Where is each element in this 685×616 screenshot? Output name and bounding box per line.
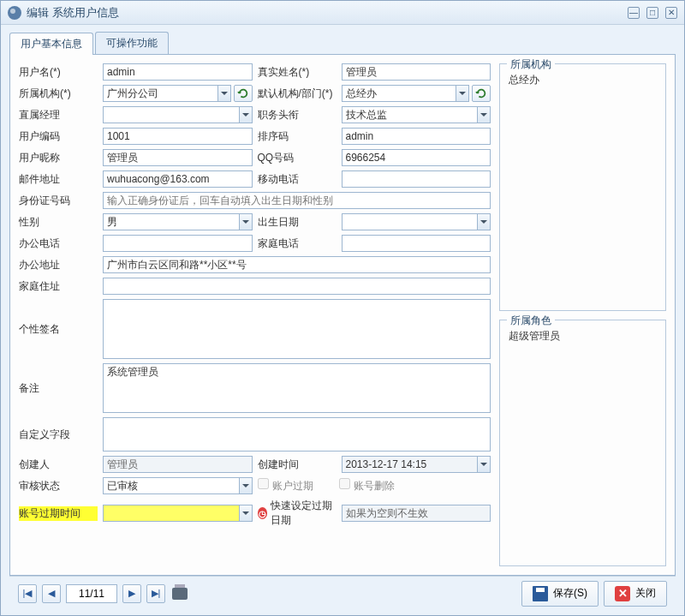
label-home-phone: 家庭电话 xyxy=(258,236,337,251)
chevron-down-icon xyxy=(239,505,252,521)
nav-first-button[interactable]: |◀ xyxy=(18,584,37,603)
direct-manager-select[interactable] xyxy=(103,106,253,123)
tab-basic-info[interactable]: 用户基本信息 xyxy=(9,33,93,55)
label-home-addr: 家庭住址 xyxy=(19,279,98,294)
label-mobile: 移动电话 xyxy=(258,172,337,187)
nav-prev-button[interactable]: ◀ xyxy=(42,584,61,603)
chevron-down-icon xyxy=(477,107,490,123)
role-group: 所属角色 超级管理员 xyxy=(499,320,666,567)
refresh-icon xyxy=(475,87,487,99)
email-input[interactable] xyxy=(103,170,253,188)
tab-panel: 用户名(*) 真实姓名(*) 所属机构(*) 广州分公司 默认机构/部门(*) … xyxy=(9,54,676,576)
label-office-addr: 办公地址 xyxy=(19,258,98,272)
idcard-input[interactable] xyxy=(103,192,491,209)
app-icon xyxy=(8,6,21,20)
statusbar: |◀ ◀ 11/11 ▶ ▶| 保存(S) ✕ 关闭 xyxy=(9,576,676,610)
label-creator: 创建人 xyxy=(19,458,98,472)
mobile-input[interactable] xyxy=(342,170,491,188)
titlebar: 编辑 系统用户信息 — □ ✕ xyxy=(1,1,684,25)
username-input[interactable] xyxy=(103,63,253,81)
label-custom-field: 自定义字段 xyxy=(19,428,98,442)
label-signature: 个性签名 xyxy=(19,322,98,337)
audit-status-select[interactable]: 已审核 xyxy=(103,477,253,494)
save-icon xyxy=(533,586,548,601)
default-org-refresh-button[interactable] xyxy=(472,85,491,102)
chevron-down-icon xyxy=(456,86,468,101)
job-title-select[interactable]: 技术总监 xyxy=(342,106,491,123)
label-email: 邮件地址 xyxy=(19,172,98,187)
label-office-phone: 办公电话 xyxy=(19,236,98,251)
refresh-icon xyxy=(237,87,249,99)
role-list[interactable]: 超级管理员 xyxy=(505,327,660,561)
org-list[interactable]: 总经办 xyxy=(505,71,660,305)
user-code-input[interactable] xyxy=(103,128,253,145)
clock-icon: ◷ xyxy=(258,507,267,519)
label-direct-manager: 直属经理 xyxy=(19,108,98,123)
creator-display xyxy=(103,456,253,473)
home-addr-input[interactable] xyxy=(103,278,491,295)
page-indicator: 11/11 xyxy=(66,584,117,603)
label-expire-time: 账号过期时间 xyxy=(19,506,98,521)
tabs: 用户基本信息 可操作功能 xyxy=(9,32,676,54)
account-deleted-checkbox[interactable]: 账号删除 xyxy=(339,478,395,493)
realname-input[interactable] xyxy=(342,63,491,81)
chevron-down-icon xyxy=(239,107,252,123)
nav-next-button[interactable]: ▶ xyxy=(122,584,141,603)
label-birth: 出生日期 xyxy=(258,215,337,230)
maximize-button[interactable]: □ xyxy=(646,7,658,19)
chevron-down-icon xyxy=(477,457,490,472)
sort-code-input[interactable] xyxy=(342,128,491,145)
close-icon: ✕ xyxy=(615,586,630,601)
chevron-down-icon xyxy=(217,86,230,101)
chevron-down-icon xyxy=(477,214,490,230)
office-phone-input[interactable] xyxy=(103,235,253,252)
chevron-down-icon xyxy=(239,478,252,493)
org-group-title: 所属机构 xyxy=(507,57,555,72)
label-realname: 真实姓名(*) xyxy=(258,65,337,80)
qq-input[interactable] xyxy=(342,149,491,166)
signature-textarea[interactable] xyxy=(103,299,491,359)
org-group: 所属机构 总经办 xyxy=(499,63,666,311)
list-item[interactable]: 超级管理员 xyxy=(505,327,660,345)
chevron-down-icon xyxy=(239,214,252,230)
label-sort-code: 排序码 xyxy=(258,129,337,144)
account-expired-checkbox[interactable]: 账户过期 xyxy=(258,478,313,493)
label-username: 用户名(*) xyxy=(19,65,98,80)
save-button[interactable]: 保存(S) xyxy=(521,581,599,607)
custom-field-textarea[interactable] xyxy=(103,417,491,452)
role-group-title: 所属角色 xyxy=(507,314,555,328)
label-job-title: 职务头衔 xyxy=(258,108,337,123)
form-area: 用户名(*) 真实姓名(*) 所属机构(*) 广州分公司 默认机构/部门(*) … xyxy=(19,63,491,566)
label-org: 所属机构(*) xyxy=(19,87,98,101)
gender-select[interactable]: 男 xyxy=(103,213,253,230)
label-user-code: 用户编码 xyxy=(19,129,98,144)
quick-set-expire-button[interactable]: ◷ 快速设定过期日期 xyxy=(258,499,337,528)
expire-hint xyxy=(342,505,491,522)
tab-operable-functions[interactable]: 可操作功能 xyxy=(95,32,169,54)
window-title: 编辑 系统用户信息 xyxy=(27,5,628,21)
create-time-display: 2013-12-17 14:15 xyxy=(342,456,491,473)
minimize-button[interactable]: — xyxy=(628,7,640,19)
org-select[interactable]: 广州分公司 xyxy=(103,85,231,102)
label-gender: 性别 xyxy=(19,215,98,230)
remark-textarea[interactable]: 系统管理员 xyxy=(103,363,491,413)
close-button-footer[interactable]: ✕ 关闭 xyxy=(604,581,667,607)
office-addr-input[interactable] xyxy=(103,256,491,273)
list-item[interactable]: 总经办 xyxy=(505,71,660,89)
label-qq: QQ号码 xyxy=(258,151,337,165)
label-remark: 备注 xyxy=(19,381,98,396)
expire-time-picker[interactable] xyxy=(103,505,253,522)
close-button[interactable]: ✕ xyxy=(665,7,677,19)
nickname-input[interactable] xyxy=(103,149,253,166)
client-area: 用户基本信息 可操作功能 用户名(*) 真实姓名(*) 所属机构(*) 广州分公… xyxy=(1,25,684,615)
label-idcard: 身份证号码 xyxy=(19,194,98,208)
default-org-select[interactable]: 总经办 xyxy=(342,85,470,102)
nav-last-button[interactable]: ▶| xyxy=(146,584,165,603)
org-refresh-button[interactable] xyxy=(234,85,253,102)
printer-icon xyxy=(172,588,188,600)
label-create-time: 创建时间 xyxy=(258,458,337,472)
print-button[interactable] xyxy=(170,584,189,603)
window: 编辑 系统用户信息 — □ ✕ 用户基本信息 可操作功能 用户名(*) 真实姓名… xyxy=(0,0,685,616)
home-phone-input[interactable] xyxy=(342,235,491,252)
birth-date-picker[interactable] xyxy=(342,213,491,230)
